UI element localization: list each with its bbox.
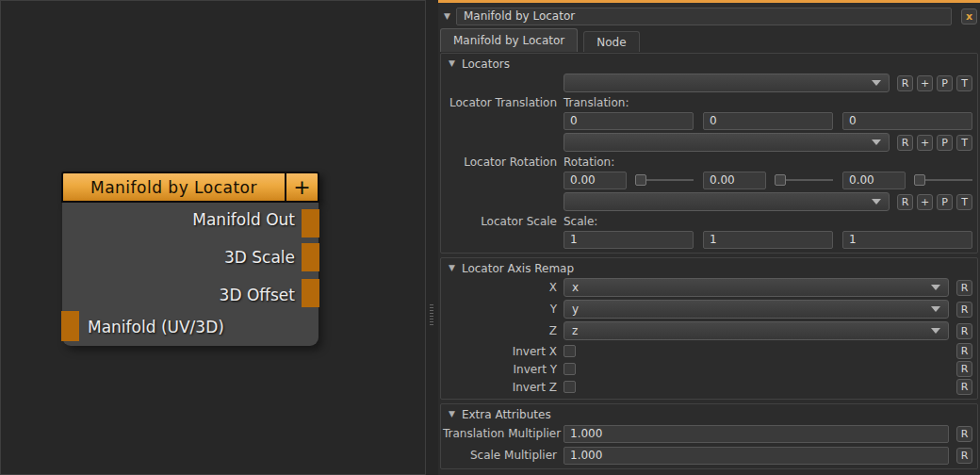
invert-z-label: Invert Z (443, 381, 564, 394)
p-button[interactable]: P (937, 75, 953, 91)
collapse-arrow-icon[interactable]: ▼ (449, 264, 455, 272)
tab-manifold-by-locator[interactable]: Manifold by Locator (440, 28, 578, 52)
add-button[interactable]: + (917, 135, 933, 151)
p-button[interactable]: P (937, 194, 953, 210)
add-button[interactable]: + (917, 75, 933, 91)
t-button[interactable]: T (956, 75, 972, 91)
invert-z-checkbox[interactable] (564, 381, 576, 393)
input-port-manifold[interactable] (61, 311, 79, 341)
rotation-x-slider[interactable] (635, 174, 694, 186)
reset-button[interactable]: R (956, 361, 972, 377)
axis-z-dropdown[interactable]: z (564, 321, 949, 340)
parameter-buttons: R + P T (897, 135, 972, 151)
locator-scale-label: Locator Scale (443, 215, 564, 228)
output-port-3d-offset[interactable] (302, 279, 319, 307)
output-port-manifold-out[interactable] (302, 209, 319, 238)
scale-sublabel: Scale: (564, 215, 597, 228)
scale-multiplier-field[interactable]: 1.000 (564, 447, 949, 465)
invert-z-row: Invert Z R (443, 379, 972, 395)
reset-button[interactable]: R (897, 135, 913, 151)
group-extra-attributes-header[interactable]: ▼ Extra Attributes (443, 406, 972, 422)
t-button[interactable]: T (956, 135, 972, 151)
axis-x-dropdown[interactable]: x (564, 278, 949, 297)
locator-translation-values-row: 0 0 0 (443, 111, 972, 130)
scale-y-field[interactable]: 1 (703, 231, 833, 249)
locator-scale-label-row: Locator Scale Scale: (443, 214, 972, 228)
collapse-arrow-icon[interactable]: ▼ (444, 12, 450, 21)
node-add-button[interactable]: + (285, 173, 318, 201)
manifold-by-locator-node[interactable]: Manifold by Locator + Manifold Out 3D Sc… (61, 172, 319, 346)
translation-multiplier-field[interactable]: 1.000 (564, 425, 949, 443)
panel-body: ▼ Locators R + P T Locator Translation T… (438, 52, 980, 469)
reset-button[interactable]: R (956, 426, 972, 442)
rotation-y-slider[interactable] (775, 174, 833, 186)
rotation-z-field[interactable]: 0.00 (842, 172, 906, 189)
add-button[interactable]: + (917, 194, 933, 210)
p-button[interactable]: P (937, 135, 953, 151)
t-button[interactable]: T (956, 194, 972, 210)
translation-y-field[interactable]: 0 (703, 112, 833, 130)
close-icon[interactable]: x (961, 8, 977, 25)
translation-z-field[interactable]: 0 (842, 112, 972, 130)
invert-y-row: Invert Y R (443, 361, 972, 377)
port-label-3d-scale: 3D Scale (224, 248, 295, 267)
locator-translation-dropdown[interactable] (564, 74, 890, 92)
parameters-panel: ▼ Manifold by Locator x Manifold by Loca… (438, 0, 980, 475)
slider-handle[interactable] (775, 174, 786, 186)
group-extra-attributes: ▼ Extra Attributes Translation Multiplie… (440, 403, 978, 469)
invert-x-label: Invert X (443, 345, 564, 358)
slider-handle[interactable] (914, 174, 925, 186)
axis-y-row: Y y R (443, 300, 972, 319)
collapse-arrow-icon[interactable]: ▼ (449, 59, 455, 68)
node-graph-pane[interactable]: Manifold by Locator + Manifold Out 3D Sc… (0, 0, 426, 475)
invert-x-checkbox[interactable] (564, 345, 576, 357)
reset-button[interactable]: R (956, 323, 972, 339)
locator-translation-label-row: Locator Translation Translation: (443, 95, 972, 109)
axis-y-label: Y (443, 303, 564, 316)
rotation-x-field[interactable]: 0.00 (564, 172, 627, 189)
port-label-manifold-input: Manifold (UV/3D) (88, 318, 224, 336)
scale-multiplier-label: Scale Multiplier (443, 449, 564, 462)
node-body[interactable]: Manifold Out 3D Scale 3D Offset Manifold… (62, 203, 318, 346)
reset-button[interactable]: R (956, 280, 972, 296)
translation-sublabel: Translation: (564, 96, 629, 109)
pane-splitter[interactable] (426, 0, 438, 475)
axis-y-dropdown[interactable]: y (564, 300, 949, 319)
locator-translation-label: Locator Translation (443, 96, 564, 109)
locator-rotation-dropdown[interactable] (564, 133, 890, 152)
group-axis-remap: ▼ Locator Axis Remap X x R Y y R (440, 257, 978, 400)
chevron-down-icon (872, 199, 881, 205)
reset-button[interactable]: R (897, 194, 913, 210)
group-axis-remap-header[interactable]: ▼ Locator Axis Remap (443, 260, 972, 276)
invert-x-row: Invert X R (443, 343, 972, 359)
splitter-grip-icon[interactable] (430, 304, 433, 326)
scale-x-field[interactable]: 1 (564, 231, 694, 249)
node-header[interactable]: Manifold by Locator + (61, 172, 319, 203)
axis-x-row: X x R (443, 278, 972, 297)
rotation-y-field[interactable]: 0.00 (703, 172, 766, 189)
panel-title[interactable]: Manifold by Locator (456, 8, 952, 25)
parameter-buttons: R + P T (897, 75, 972, 91)
invert-y-checkbox[interactable] (564, 363, 576, 375)
group-locators-header[interactable]: ▼ Locators (443, 56, 972, 72)
locator-translation-dropdown-row: R + P T (443, 74, 972, 92)
collapse-arrow-icon[interactable]: ▼ (449, 410, 455, 418)
translation-x-field[interactable]: 0 (564, 112, 694, 130)
panel-header: ▼ Manifold by Locator x (438, 3, 980, 26)
slider-handle[interactable] (635, 174, 646, 186)
locator-scale-dropdown[interactable] (564, 192, 890, 211)
output-port-3d-scale[interactable] (302, 243, 319, 271)
reset-button[interactable]: R (956, 302, 972, 318)
tab-node[interactable]: Node (583, 31, 639, 52)
rotation-sublabel: Rotation: (564, 156, 614, 169)
rotation-z-slider[interactable] (914, 174, 972, 186)
scale-z-field[interactable]: 1 (842, 231, 972, 249)
reset-button[interactable]: R (956, 379, 972, 395)
axis-x-label: X (443, 281, 564, 294)
parameter-buttons: R + P T (897, 194, 972, 210)
port-label-3d-offset: 3D Offset (220, 286, 295, 304)
scale-multiplier-row: Scale Multiplier 1.000 R (443, 446, 972, 465)
reset-button[interactable]: R (897, 75, 913, 91)
reset-button[interactable]: R (956, 343, 972, 359)
reset-button[interactable]: R (956, 448, 972, 464)
